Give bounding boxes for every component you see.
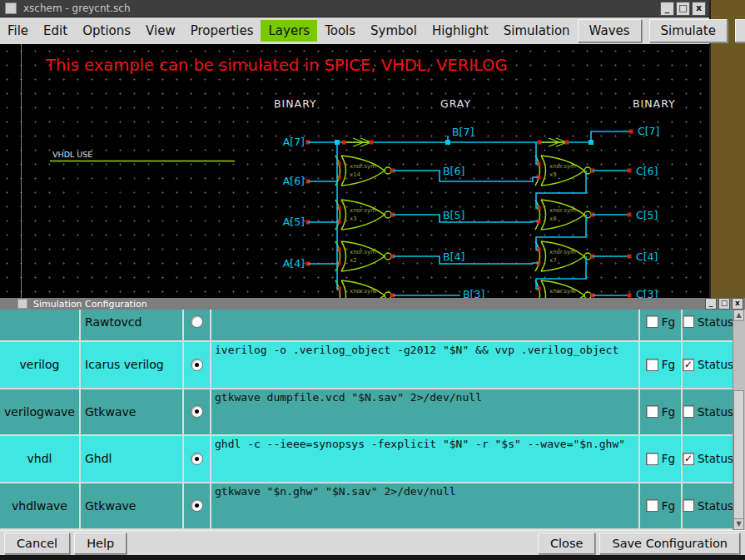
close-icon[interactable]: x bbox=[692, 2, 706, 16]
gray-label: B[6] bbox=[443, 165, 464, 177]
wire[interactable] bbox=[591, 131, 633, 142]
default-tool-radio[interactable] bbox=[191, 453, 203, 465]
bottom-strip bbox=[0, 555, 745, 560]
xnor-gate-left[interactable]: xnor.symx14 bbox=[335, 156, 391, 186]
menu-edit[interactable]: Edit bbox=[36, 20, 75, 42]
window-title: xschem - greycnt.sch bbox=[23, 2, 131, 14]
row-fg-cell: Fg bbox=[640, 436, 683, 483]
scroll-up-icon[interactable]: ▲ bbox=[733, 310, 744, 321]
pin-marker bbox=[370, 141, 374, 145]
fg-checkbox[interactable] bbox=[646, 405, 658, 418]
maximize-icon[interactable]: □ bbox=[676, 2, 690, 16]
minimize-icon[interactable]: _ bbox=[660, 2, 674, 16]
gray-wire[interactable] bbox=[393, 256, 539, 264]
inverter-bubble-icon bbox=[385, 253, 391, 260]
xnor-gate-left[interactable]: xnor.symx2 bbox=[335, 241, 391, 271]
vertical-scrollbar[interactable]: ▲ ▼ bbox=[733, 310, 745, 530]
gate-shape bbox=[541, 256, 584, 271]
close-button[interactable]: Close bbox=[538, 533, 596, 554]
menu-options[interactable]: Options bbox=[75, 20, 138, 42]
fg-checkbox[interactable] bbox=[646, 315, 658, 328]
window-menu-icon[interactable] bbox=[5, 2, 17, 14]
simulate-button[interactable]: Simulate bbox=[649, 19, 728, 42]
xschem-titlebar[interactable]: xschem - greycnt.sch _ □ x bbox=[0, 0, 709, 17]
default-tool-radio[interactable] bbox=[191, 315, 203, 328]
row-radio-cell bbox=[184, 436, 211, 483]
row-command-input[interactable]: gtkwave dumpfile.vcd "$N.sav" 2>/dev/nul… bbox=[211, 389, 640, 437]
default-tool-radio[interactable] bbox=[191, 405, 203, 418]
wire-junction bbox=[589, 140, 594, 145]
scrollbar-thumb[interactable] bbox=[733, 390, 744, 519]
row-radio-cell bbox=[184, 342, 211, 389]
menu-file[interactable]: File bbox=[0, 20, 36, 42]
wire-junction bbox=[445, 140, 450, 145]
menu-simulation[interactable]: Simulation bbox=[496, 20, 578, 42]
dialog-titlebar[interactable]: Simulation Configuration _ □ x bbox=[0, 298, 745, 310]
row-command-input[interactable]: iverilog -o .verilog_object -g2012 "$N" … bbox=[211, 342, 640, 389]
row-fg-cell: Fg bbox=[640, 310, 683, 342]
netlist-button[interactable]: Netlist bbox=[735, 19, 745, 42]
xnor-gate-right[interactable]: xnor.symx8 bbox=[535, 200, 591, 230]
input-label: A[6] bbox=[283, 175, 305, 187]
menu-tools[interactable]: Tools bbox=[317, 20, 363, 42]
gate-symbol-label: xnor.sym bbox=[350, 163, 376, 170]
xnor-gate-left[interactable]: xnor.symx3 bbox=[335, 200, 391, 230]
default-tool-radio[interactable] bbox=[191, 359, 203, 371]
row-command-input[interactable] bbox=[211, 310, 640, 342]
fg-checkbox[interactable] bbox=[646, 359, 658, 371]
waves-button[interactable]: Waves bbox=[578, 19, 642, 42]
row-status-cell: ✓Status bbox=[683, 436, 733, 483]
pin-marker bbox=[628, 294, 632, 298]
row-name: vhdlwave bbox=[0, 483, 81, 531]
fg-checkbox[interactable] bbox=[646, 499, 658, 512]
simulation-configuration-dialog: Simulation Configuration _ □ x RawtovcdF… bbox=[0, 298, 745, 560]
gray-wire[interactable] bbox=[393, 171, 539, 181]
status-checkbox[interactable] bbox=[683, 405, 694, 418]
menu-symbol[interactable]: Symbol bbox=[363, 20, 425, 42]
dialog-maximize-icon[interactable]: □ bbox=[718, 298, 730, 310]
scroll-down-icon[interactable]: ▼ bbox=[733, 518, 744, 530]
save-configuration-button[interactable]: Save Configuration bbox=[599, 533, 740, 554]
xnor-gate-left[interactable]: xnor.sym bbox=[335, 280, 391, 298]
row-command-input[interactable]: ghdl -c --ieee=synopsys -fexplicit "$N" … bbox=[211, 436, 640, 483]
status-checkbox[interactable] bbox=[683, 499, 694, 512]
gray-wire[interactable] bbox=[393, 215, 539, 222]
row-radio-cell bbox=[184, 483, 211, 531]
inverter-bubble-icon bbox=[385, 211, 391, 218]
menu-layers[interactable]: Layers bbox=[261, 20, 317, 42]
menu-highlight[interactable]: Highlight bbox=[425, 20, 496, 42]
status-label: Status bbox=[698, 405, 733, 419]
row-status-cell: Status bbox=[683, 310, 733, 342]
gate-shape bbox=[341, 171, 385, 186]
desktop: xschem - greycnt.sch _ □ x FileEditOptio… bbox=[0, 0, 745, 560]
help-button[interactable]: Help bbox=[74, 533, 127, 554]
default-tool-radio[interactable] bbox=[191, 499, 203, 512]
row-fg-cell: Fg bbox=[640, 342, 683, 389]
cancel-button[interactable]: Cancel bbox=[4, 533, 70, 554]
menu-properties[interactable]: Properties bbox=[183, 20, 261, 42]
fg-label: Fg bbox=[662, 315, 675, 329]
gate-shape bbox=[341, 215, 385, 230]
feedback-wire[interactable] bbox=[536, 171, 586, 208]
output-label: C[6] bbox=[636, 165, 658, 177]
xnor-gate-right[interactable]: xnor.symx9 bbox=[535, 156, 591, 186]
gate-shape bbox=[341, 156, 346, 186]
gate-symbol-label: xnor.sym bbox=[549, 207, 576, 214]
dialog-minimize-icon[interactable]: _ bbox=[705, 298, 717, 310]
input-label: A[7] bbox=[283, 136, 305, 148]
status-checkbox[interactable]: ✓ bbox=[683, 453, 694, 465]
status-checkbox[interactable]: ✓ bbox=[683, 359, 694, 371]
header-binary-left: BINARY bbox=[274, 97, 317, 110]
dialog-close-icon[interactable]: x bbox=[732, 298, 743, 310]
menu-view[interactable]: View bbox=[138, 20, 183, 42]
xnor-gate-right[interactable]: xnor.symx7 bbox=[535, 241, 591, 271]
dialog-menu-icon[interactable] bbox=[17, 299, 27, 309]
row-tool-label: Rawtovcd bbox=[81, 310, 184, 342]
row-command-input[interactable]: gtkwave "$n.ghw" "$N.sav" 2>/dev/null bbox=[211, 483, 640, 531]
fg-checkbox[interactable] bbox=[646, 453, 658, 465]
gate-shape bbox=[541, 171, 584, 186]
pin-marker bbox=[628, 169, 632, 173]
status-checkbox[interactable] bbox=[683, 315, 694, 328]
schematic-canvas[interactable]: This example can be simulated in SPICE, … bbox=[0, 44, 709, 298]
xnor-gate-right[interactable]: xnor.sym bbox=[535, 280, 591, 298]
